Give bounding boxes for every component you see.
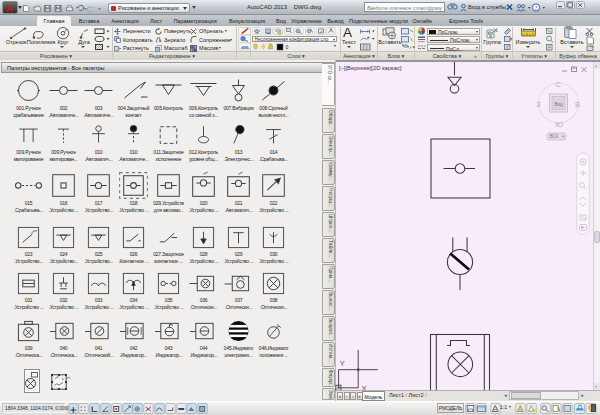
svg-text:0: 0 — [286, 44, 289, 50]
svg-text:Y: Y — [340, 359, 346, 368]
svg-text:?: ? — [534, 3, 537, 10]
